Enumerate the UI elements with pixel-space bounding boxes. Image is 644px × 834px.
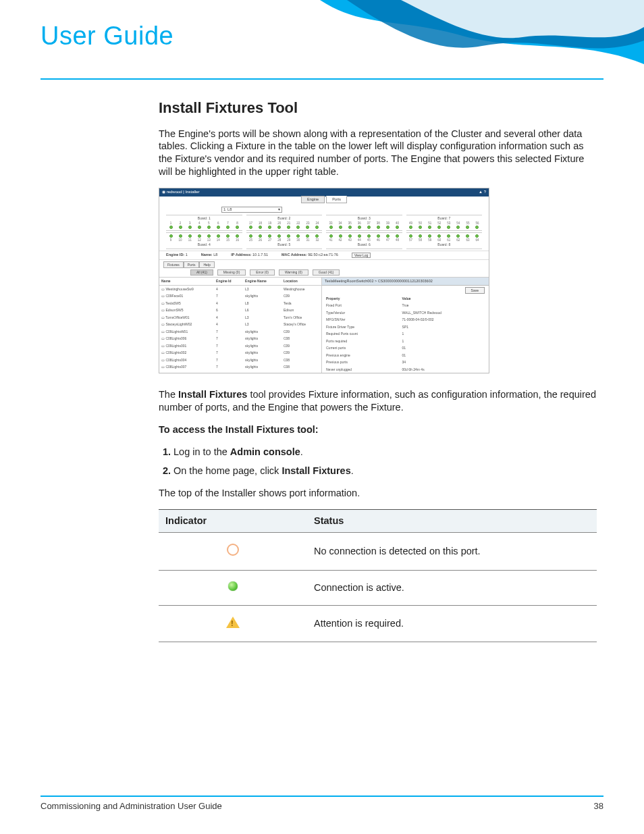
content-area: Install Fixtures Tool The Engine's ports… <box>41 99 603 642</box>
col-status: Status <box>307 510 597 533</box>
table-row: Type/VendorWALL_SWITCH Redwood <box>322 309 489 317</box>
ss-tab-engine[interactable]: Engine <box>301 196 325 203</box>
step-2: On the home page, click Install Fixtures… <box>173 465 597 477</box>
table-row[interactable]: ▭ C09LightsW017skylightsC09 <box>159 328 321 336</box>
table-row: Is Fan currentTrue <box>322 373 489 373</box>
table-row[interactable]: ▭ StaceysLightW024L3Stacey's Office <box>159 321 321 328</box>
ss-boards-top: Board: 1 12345678 Board: 2 1718192021222… <box>159 215 489 231</box>
paragraph-port-info: The top of the Installer shows port info… <box>159 487 597 500</box>
table-row: Current ports01 <box>322 344 489 352</box>
steps-list: Log in to the Admin console. On the home… <box>159 446 597 478</box>
page-header: User Guide <box>41 19 603 80</box>
step-1: Log in to the Admin console. <box>173 446 597 459</box>
table-row[interactable]: ▭ C08Lights0077skylightsC08 <box>159 363 321 371</box>
attention-icon <box>226 617 240 628</box>
ss-top-tabs: Engine Ports <box>159 196 489 203</box>
ss-properties-panel: TeslaMeetingRoomSwitch002 > CS3000000000… <box>321 278 489 373</box>
header-swoosh-graphic <box>320 0 644 80</box>
intro-paragraph: The Engine's ports will be shown along w… <box>159 128 597 178</box>
page-footer: Commissioning and Administration User Gu… <box>41 796 603 811</box>
table-row: Attention is required. <box>159 605 597 642</box>
installer-screenshot: ◉ redwood | Installer ▲ ? Engine Ports 1… <box>159 188 489 373</box>
table-row[interactable]: ▭ C08Lights0047skylightsC08 <box>159 357 321 364</box>
table-row[interactable]: ▭ C09Lights0017skylightsC09 <box>159 342 321 350</box>
col-indicator: Indicator <box>159 510 307 533</box>
table-row[interactable]: ▭ WestinghouseSw94L3Westinghouse <box>159 285 321 292</box>
table-row[interactable]: ▭ EdisonSW56L6Edison <box>159 307 321 314</box>
page-number: 38 <box>594 801 603 811</box>
ss-engine-dropdown[interactable]: 1: L8 ▾ <box>221 207 282 213</box>
connection-active-icon <box>228 581 238 591</box>
table-row: Required Ports count1 <box>322 330 489 338</box>
table-row[interactable]: ▭ C09Face017skylightsC09 <box>159 292 321 300</box>
ss-infobar: Engine ID: 1 Name: L8 IP Address: 10.1.7… <box>159 251 489 261</box>
ss-mid-tabs: Fixtures Ports Help <box>159 260 489 268</box>
footer-title: Commissioning and Administration User Gu… <box>41 801 222 811</box>
table-row: Previous ports34 <box>322 359 489 366</box>
table-row: Fixture Driver TypeSP1 <box>322 323 489 331</box>
ss-fixtures-table: Name Engine Id Engine Name Location ▭ We… <box>159 278 321 373</box>
ss-boards-bottom: 910111213141516 Board: 4 252627282930313… <box>159 232 489 249</box>
ss-stat-tabs: All (41) Missing (0) Error (0) Warning (… <box>159 268 489 278</box>
ss-titlebar-icons: ▲ ? <box>479 190 486 195</box>
status-table: Indicator Status No connection is detect… <box>159 509 597 642</box>
ss-tab-ports[interactable]: Ports <box>326 196 347 203</box>
chevron-down-icon: ▾ <box>278 207 280 212</box>
table-row: MFG/SN/Ver71-0008-04-02/0-002 <box>322 316 489 323</box>
ss-app-title: ◉ redwood | Installer <box>162 190 200 195</box>
ss-viewlog-button[interactable]: View Log <box>352 253 371 259</box>
table-row: Connection is active. <box>159 570 597 605</box>
section-title: Install Fixtures Tool <box>159 99 597 118</box>
table-row: Fixed PortTrue <box>322 302 489 309</box>
table-row[interactable]: ▭ C08Lights0067skylightsC08 <box>159 335 321 342</box>
table-row: Previous engine01 <box>322 352 489 359</box>
table-row[interactable]: ▭ TeslaSW54L8Tesla <box>159 300 321 307</box>
table-row: Never unplugged00d 6h 24m 4s <box>322 366 489 373</box>
table-row[interactable]: ▭ C09Lights0027skylightsC09 <box>159 349 321 357</box>
paragraph-install-fixtures: The Install Fixtures tool provides Fixtu… <box>159 388 597 414</box>
ss-save-button[interactable]: Save <box>465 287 485 294</box>
table-row: Ports required1 <box>322 338 489 345</box>
access-heading: To access the Install Fixtures tool: <box>159 423 597 436</box>
table-row[interactable]: ▭ TomsOfficeW014L3Tom's Office <box>159 314 321 321</box>
table-row: No connection is detected on this port. <box>159 532 597 570</box>
no-connection-icon <box>227 544 239 556</box>
